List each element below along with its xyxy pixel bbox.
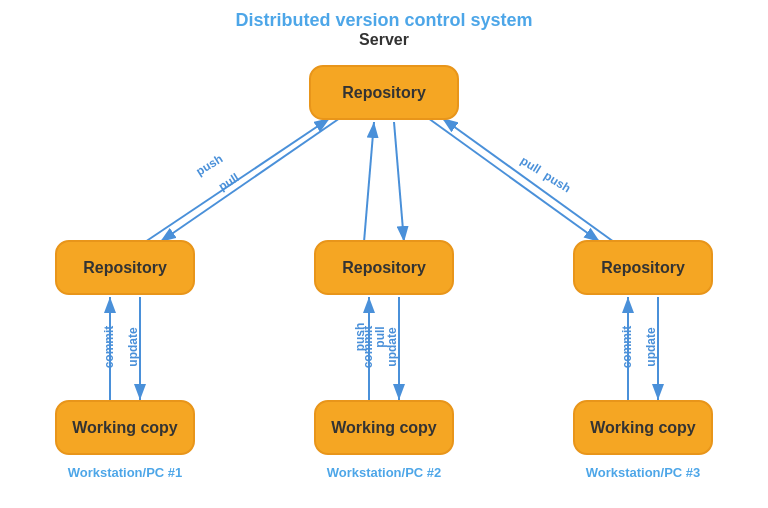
push-center-arrow (364, 122, 374, 242)
repo-center-box: Repository (314, 240, 454, 295)
commit-left-label: commit (102, 326, 116, 369)
pull-right-arrow (428, 118, 600, 242)
update-right-label: update (644, 327, 658, 366)
repo-right-box: Repository (573, 240, 713, 295)
push-left-label: push (193, 151, 225, 178)
wc-center-box: Working copy (314, 400, 454, 455)
commit-right-label: commit (620, 326, 634, 369)
pull-right-label: pull (518, 153, 544, 176)
pull-left-label: pull (216, 170, 242, 193)
push-right-label: push (541, 168, 573, 195)
wc-right-box: Working copy (573, 400, 713, 455)
push-right-arrow (442, 118, 614, 242)
wc-left-box: Working copy (55, 400, 195, 455)
workstation-right-label: Workstation/PC #3 (573, 465, 713, 480)
repo-left-box: Repository (55, 240, 195, 295)
server-label: Server (0, 31, 768, 49)
diagram-container: Distributed version control system Serve… (0, 0, 768, 508)
pull-left-arrow (160, 118, 340, 242)
update-left-label: update (126, 327, 140, 366)
workstation-center-label: Workstation/PC #2 (314, 465, 454, 480)
main-title: Distributed version control system (0, 10, 768, 31)
workstation-left-label: Workstation/PC #1 (55, 465, 195, 480)
commit-center-label: commit (361, 326, 375, 369)
title-area: Distributed version control system Serve… (0, 10, 768, 49)
server-repository-box: Repository (309, 65, 459, 120)
update-center-label: update (385, 327, 399, 366)
pull-center-arrow (394, 122, 404, 242)
